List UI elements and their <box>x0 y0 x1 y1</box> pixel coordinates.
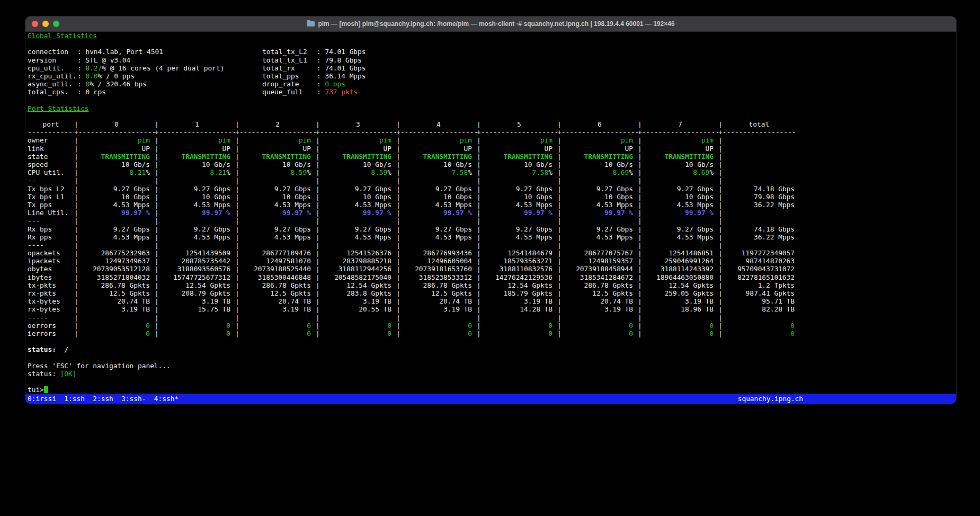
terminal-content[interactable]: Global Statistics connection: hvn4.lab, … <box>25 32 956 394</box>
port-cell: |10 Gb/s <box>396 161 477 168</box>
column-separator: | <box>155 145 159 153</box>
column-separator: | <box>557 265 562 273</box>
zoom-button[interactable] <box>53 21 59 27</box>
column-separator: | <box>235 120 239 128</box>
port-cell: |12.54 Gpkts <box>477 281 557 289</box>
titlebar[interactable]: pim — [mosh] pim@squanchy.ipng.ch: /home… <box>25 16 956 32</box>
stat-label: total_pps <box>262 72 317 80</box>
empty-cell: | <box>155 241 235 249</box>
close-button[interactable] <box>32 21 38 27</box>
column-separator: | <box>718 289 723 297</box>
stat-label: async_util. <box>28 80 77 88</box>
stat-value: % / 320.46 bps <box>90 80 147 88</box>
column-separator: | <box>74 273 78 281</box>
port-cell: |3.19 TB <box>557 305 638 313</box>
port-cell: |0 <box>74 322 155 330</box>
column-separator: | <box>235 168 239 176</box>
column-separator: | <box>316 233 320 241</box>
total-cell: |82.28 TB <box>718 305 796 313</box>
port-cell: |99.97 % <box>477 209 557 217</box>
separator-cell: +---------------------------------------… <box>477 128 557 136</box>
minimize-button[interactable] <box>42 21 49 27</box>
column-separator: | <box>477 225 481 233</box>
column-separator: | <box>396 289 400 297</box>
port-cell: |185793563271 <box>477 257 557 265</box>
port-cell: |TRANSMITTING <box>235 153 316 161</box>
empty-cell: | <box>74 314 155 322</box>
column-separator: | <box>155 233 159 241</box>
table-row: speed|10 Gb/s|10 Gb/s|10 Gb/s|10 Gb/s|10… <box>28 161 956 168</box>
screen-window-list: 0:irssi 1:ssh 2:ssh 3:ssh- 4:ssh* <box>28 395 179 403</box>
table-row: CPU util.|8.21%|8.21%|8.59%|8.59%|7.58%|… <box>28 168 956 176</box>
table-row: state|TRANSMITTING|TRANSMITTING|TRANSMIT… <box>28 153 956 161</box>
column-separator: | <box>155 185 159 193</box>
column-separator: | <box>477 257 481 265</box>
port-cell: |8.59% <box>235 168 316 176</box>
stat-line: total_cps.: 0 cpsqueue_full: 737 pkts <box>28 88 956 96</box>
column-separator: | <box>235 225 239 233</box>
port-cell: |286.78 Gpkts <box>557 281 638 289</box>
column-separator: | <box>557 314 562 322</box>
column-separator: | <box>74 225 78 233</box>
column-separator: | <box>396 225 400 233</box>
column-separator: + <box>235 128 239 136</box>
table-row: owner|pim|pim|pim|pim|pim|pim|pim|pim| <box>28 136 956 144</box>
port-cell: |0 <box>557 330 638 337</box>
stat-line: cpu_util.: 8.27% @ 16 cores (4 per dual … <box>28 64 956 72</box>
port-cell: |20.74 TB <box>74 297 155 305</box>
column-separator: | <box>557 185 562 193</box>
port-cell: |10 Gbps <box>155 193 235 201</box>
port-cell: |pim <box>557 136 638 144</box>
port-cell: |10 Gb/s <box>235 161 316 168</box>
port-cell: |8.21% <box>155 168 235 176</box>
port-cell: |0 <box>396 322 477 330</box>
column-separator: | <box>235 153 239 161</box>
empty-cell: | <box>718 314 796 322</box>
table-row: rx-pkts|12.5 Gpkts|208.79 Gpkts|12.5 Gpk… <box>28 289 956 297</box>
column-separator: | <box>718 217 723 225</box>
empty-cell: | <box>155 314 235 322</box>
port-cell: |99.97 % <box>396 209 477 217</box>
column-separator: | <box>316 136 320 144</box>
row-label: Tx pps <box>28 201 74 209</box>
empty-cell: | <box>316 241 396 249</box>
column-separator: | <box>235 201 239 209</box>
column-separator: + <box>718 128 723 136</box>
stat-value: % @ 16 cores (4 per dual port) <box>102 64 224 72</box>
column-separator: | <box>718 161 723 168</box>
empty-cell: | <box>316 314 396 322</box>
port-cell: |12497349637 <box>74 257 155 265</box>
column-separator: | <box>477 249 481 257</box>
stat-line: async_util.: 0% / 320.46 bpsdrop_rate: 0… <box>28 80 956 88</box>
column-separator: | <box>638 241 642 249</box>
column-separator: | <box>155 193 159 201</box>
port-cell: |pim <box>235 136 316 144</box>
row-divider: -- <box>28 176 74 184</box>
port-cell: |0 <box>316 330 396 337</box>
column-separator: | <box>235 289 239 297</box>
empty-cell: | <box>235 241 316 249</box>
column-separator: | <box>396 176 400 184</box>
stat-line: rx_cpu_util.: 0.0% / 0 ppstotal_pps: 36.… <box>28 72 956 80</box>
column-separator: | <box>235 209 239 217</box>
column-separator: | <box>235 176 239 184</box>
column-separator: | <box>74 322 78 330</box>
total-cell: |987414870263 <box>718 257 796 265</box>
stat-label: total_cps. <box>28 88 77 96</box>
port-cell: |9.27 Gbps <box>638 225 718 233</box>
stat-value: 79.8 Gbps <box>325 56 361 64</box>
cursor <box>44 386 48 393</box>
port-column-header: |7 <box>638 120 718 128</box>
port-cell: |10 Gbps <box>74 193 155 201</box>
port-cell: |12496605004 <box>396 257 477 265</box>
empty-cell: | <box>235 314 316 322</box>
port-column-header: |3 <box>316 120 396 128</box>
column-separator: | <box>638 249 642 257</box>
window-title: pim — [mosh] pim@squanchy.ipng.ch: /home… <box>307 20 674 28</box>
column-separator: | <box>477 136 481 144</box>
prompt-line[interactable]: tui> <box>28 386 956 394</box>
table-row: Tx bps L1|10 Gbps|10 Gbps|10 Gbps|10 Gbp… <box>28 193 956 201</box>
column-separator: | <box>557 145 562 153</box>
port-cell: |12.54 Gpkts <box>155 281 235 289</box>
column-separator: | <box>396 136 400 144</box>
